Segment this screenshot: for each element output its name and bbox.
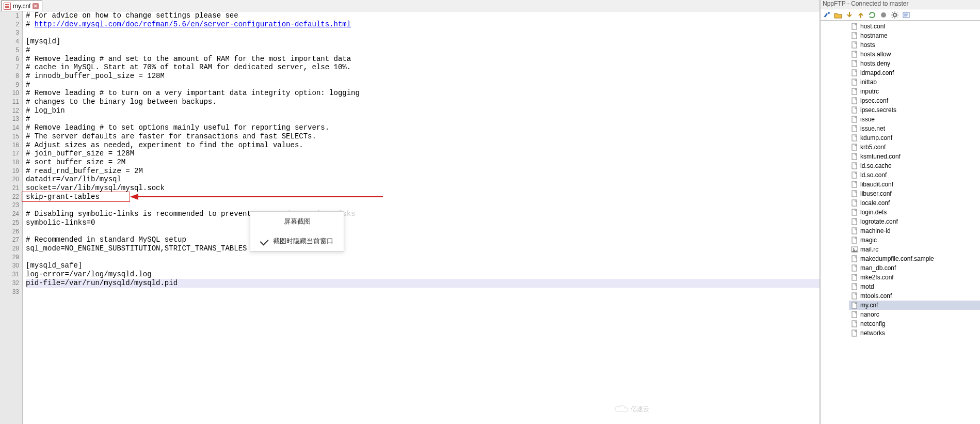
abort-icon[interactable] xyxy=(879,11,888,19)
tree-file-item[interactable]: makedumpfile.conf.sample xyxy=(849,254,980,263)
settings-icon[interactable] xyxy=(891,11,899,19)
code-line[interactable]: # Remove leading # and set to the amount… xyxy=(26,55,820,64)
tree-file-item[interactable]: mail.rc xyxy=(849,245,980,254)
tree-file-item[interactable]: issue xyxy=(849,115,980,124)
tree-file-item[interactable]: hosts.deny xyxy=(849,59,980,68)
code-line[interactable]: datadir=/var/lib/mysql xyxy=(26,175,820,184)
tree-file-item[interactable]: inittab xyxy=(849,77,980,87)
tree-file-item[interactable]: idmapd.conf xyxy=(849,68,980,77)
tree-file-item[interactable]: logrotate.conf xyxy=(849,217,980,226)
code-line[interactable]: # join_buffer_size = 128M xyxy=(26,149,820,158)
tree-file-item[interactable]: login.defs xyxy=(849,208,980,217)
svg-rect-28 xyxy=(852,191,857,197)
code-line[interactable]: # Adjust sizes as needed, experiment to … xyxy=(26,141,820,150)
file-icon xyxy=(851,218,858,225)
tree-file-item[interactable]: mke2fs.conf xyxy=(849,273,980,282)
code-line[interactable]: skip-grant-tables xyxy=(26,193,820,201)
tree-file-item[interactable]: issue.net xyxy=(849,124,980,133)
tree-file-item[interactable]: locale.conf xyxy=(849,198,980,208)
code-line[interactable]: # changes to the binary log between back… xyxy=(26,98,820,106)
download-icon[interactable] xyxy=(845,11,854,19)
tree-file-item[interactable]: ipsec.conf xyxy=(849,96,980,105)
code-area[interactable]: # For advice on how to change settings p… xyxy=(23,11,820,424)
code-line[interactable]: # sort_buffer_size = 2M xyxy=(26,158,820,167)
code-line[interactable] xyxy=(26,253,820,262)
tree-file-item[interactable]: host.conf xyxy=(849,22,980,31)
tree-file-item[interactable]: ld.so.conf xyxy=(849,170,980,180)
code-line[interactable]: # http://dev.mysql.com/doc/refman/5.6/en… xyxy=(26,20,820,29)
tree-file-label: networks xyxy=(860,329,885,337)
code-line[interactable]: sql_mode=NO_ENGINE_SUBSTITUTION,STRICT_T… xyxy=(26,244,820,253)
file-icon xyxy=(851,255,858,262)
file-tree[interactable]: host.confhostnamehostshosts.allowhosts.d… xyxy=(821,21,980,424)
tree-file-item[interactable]: machine-id xyxy=(849,226,980,235)
file-tab[interactable]: my.cnf ✕ xyxy=(1,1,42,11)
tree-file-item[interactable]: ksmtuned.conf xyxy=(849,152,980,161)
editor-body[interactable]: 1234567891011121314151617181920212223242… xyxy=(0,11,820,424)
refresh-icon[interactable] xyxy=(868,11,876,19)
tree-file-item[interactable]: mtools.conf xyxy=(849,291,980,301)
messages-icon[interactable] xyxy=(902,11,910,19)
svg-rect-21 xyxy=(852,125,857,132)
svg-rect-41 xyxy=(852,302,857,308)
file-icon xyxy=(851,106,858,114)
tree-file-item[interactable]: motd xyxy=(849,282,980,291)
code-line[interactable]: pid-file=/var/run/mysqld/mysqld.pid xyxy=(26,279,820,288)
code-line[interactable] xyxy=(26,288,820,296)
tree-file-item[interactable]: hostname xyxy=(849,31,980,40)
popup-title: 屏幕截图 xyxy=(250,212,344,231)
code-line[interactable]: [mysqld_safe] xyxy=(26,261,820,270)
tree-file-item[interactable]: my.cnf xyxy=(849,301,980,310)
code-line[interactable]: # log_bin xyxy=(26,106,820,115)
upload-icon[interactable] xyxy=(857,11,865,19)
code-line[interactable]: # read_rnd_buffer_size = 2M xyxy=(26,167,820,176)
tree-file-label: mke2fs.conf xyxy=(860,274,894,281)
tree-file-item[interactable]: libuser.conf xyxy=(849,189,980,198)
code-line[interactable]: # Recommended in standard MySQL setup xyxy=(26,235,820,244)
code-line[interactable] xyxy=(26,201,820,210)
file-icon xyxy=(851,162,858,169)
code-line[interactable]: log-error=/var/log/mysqld.log xyxy=(26,270,820,279)
line-number-gutter: 1234567891011121314151617181920212223242… xyxy=(0,11,23,424)
svg-rect-26 xyxy=(852,172,857,178)
tree-file-item[interactable]: inputrc xyxy=(849,87,980,96)
tree-file-item[interactable]: hosts xyxy=(849,40,980,50)
code-line[interactable]: # For advice on how to change settings p… xyxy=(26,11,820,20)
tree-file-item[interactable]: netconfig xyxy=(849,319,980,328)
code-line[interactable]: # The server defaults are faster for tra… xyxy=(26,132,820,141)
popup-option[interactable]: 截图时隐藏当前窗口 xyxy=(250,231,344,251)
code-line[interactable]: # Remove leading # to turn on a very imp… xyxy=(26,89,820,98)
code-line[interactable]: # xyxy=(26,81,820,89)
code-line[interactable] xyxy=(26,28,820,37)
code-line[interactable] xyxy=(26,227,820,236)
tree-file-label: ksmtuned.conf xyxy=(860,153,901,160)
svg-rect-29 xyxy=(852,200,857,206)
code-line[interactable]: # Remove leading # to set options mainly… xyxy=(26,123,820,132)
tree-file-item[interactable]: nanorc xyxy=(849,310,980,319)
tree-file-item[interactable]: ld.so.cache xyxy=(849,161,980,170)
tree-file-item[interactable]: magic xyxy=(849,235,980,245)
code-line[interactable]: socket=/var/lib/mysql/mysql.sock xyxy=(26,184,820,193)
code-line[interactable]: [mysqld] xyxy=(26,37,820,46)
nppftp-panel: NppFTP - Connected to master host.confho… xyxy=(820,0,980,424)
code-line[interactable]: # xyxy=(26,46,820,55)
tree-file-label: mtools.conf xyxy=(860,292,892,300)
tree-file-item[interactable]: hosts.allow xyxy=(849,50,980,59)
folder-icon[interactable] xyxy=(834,11,842,19)
code-line[interactable]: # Disabling symbolic-links is recommende… xyxy=(26,210,820,218)
tree-file-item[interactable]: man_db.conf xyxy=(849,263,980,273)
svg-rect-42 xyxy=(852,311,857,318)
code-line[interactable]: # xyxy=(26,115,820,123)
tree-file-item[interactable]: kdump.conf xyxy=(849,133,980,143)
tree-file-item[interactable]: ipsec.secrets xyxy=(849,105,980,115)
tree-file-item[interactable]: krb5.conf xyxy=(849,143,980,152)
screenshot-popup: 屏幕截图 截图时隐藏当前窗口 xyxy=(250,211,344,252)
code-line[interactable]: # innodb_buffer_pool_size = 128M xyxy=(26,72,820,81)
code-line[interactable]: # cache in MySQL. Start at 70% of total … xyxy=(26,63,820,72)
config-docs-link[interactable]: http://dev.mysql.com/doc/refman/5.6/en/s… xyxy=(35,20,351,28)
tree-file-item[interactable]: networks xyxy=(849,328,980,338)
tree-file-item[interactable]: libaudit.conf xyxy=(849,180,980,189)
connect-icon[interactable] xyxy=(823,11,831,19)
code-line[interactable]: symbolic-links=0 xyxy=(26,218,820,227)
close-icon[interactable]: ✕ xyxy=(33,3,39,9)
